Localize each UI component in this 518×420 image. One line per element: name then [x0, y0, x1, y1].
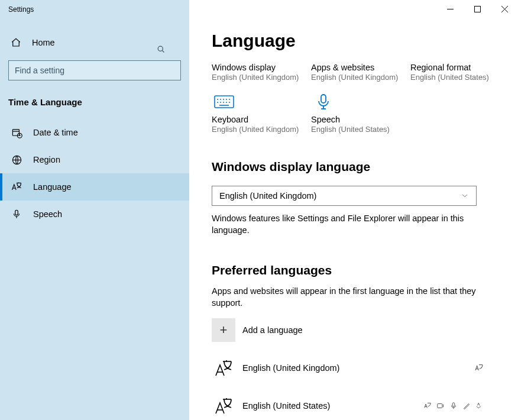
- sidebar-item-label: Date & time: [33, 128, 78, 137]
- language-item[interactable]: English (United Kingdom): [212, 356, 484, 380]
- maximize-button[interactable]: [464, 0, 491, 18]
- sidebar-item-speech[interactable]: Speech: [0, 201, 189, 228]
- preferred-languages-help: Apps and websites will appear in the fir…: [212, 286, 478, 309]
- sidebar-item-date-time[interactable]: Date & time: [0, 119, 189, 146]
- display-language-dropdown[interactable]: English (United Kingdom): [212, 186, 477, 206]
- tile-sub: English (United States): [311, 125, 404, 134]
- sidebar-item-label: Language: [33, 182, 72, 192]
- microphone-icon: [11, 208, 22, 220]
- language-capabilities: [423, 402, 484, 410]
- svg-rect-9: [452, 403, 455, 406]
- tile-title: Keyboard: [212, 115, 305, 124]
- tile-title: Speech: [311, 115, 404, 124]
- speech-recognition-icon: [449, 402, 458, 410]
- globe-icon: [11, 154, 22, 166]
- plus-icon: +: [212, 318, 235, 342]
- language-glyph-icon: [212, 394, 235, 418]
- language-item-label: English (United Kingdom): [242, 363, 339, 373]
- sidebar-item-label: Speech: [33, 209, 62, 219]
- language-glyph-icon: [212, 356, 235, 380]
- svg-rect-7: [321, 95, 326, 103]
- page-title: Language: [212, 31, 518, 51]
- home-icon: [11, 37, 21, 48]
- heading-windows-display-language: Windows display language: [212, 160, 518, 174]
- content: Language Windows display English (United…: [189, 0, 518, 418]
- sidebar: Settings Home Time & Language: [0, 0, 189, 420]
- heading-preferred-languages: Preferred languages: [212, 263, 518, 277]
- tile-speech[interactable]: Speech English (United States): [311, 88, 410, 140]
- keyboard-icon: [212, 93, 237, 110]
- tile-keyboard[interactable]: Keyboard English (United Kingdom): [212, 88, 311, 140]
- language-item-label: English (United States): [242, 401, 330, 411]
- window-title: Settings: [0, 0, 189, 19]
- sidebar-item-label: Region: [33, 155, 60, 164]
- sidebar-item-region[interactable]: Region: [0, 146, 189, 173]
- chevron-down-icon: [461, 192, 469, 200]
- sidebar-item-language[interactable]: Language: [0, 173, 189, 201]
- tile-apps-websites[interactable]: Apps & websites English (United Kingdom): [311, 60, 410, 88]
- tile-title: Apps & websites: [311, 63, 404, 72]
- svg-rect-5: [474, 6, 480, 12]
- nav-home-label: Home: [32, 38, 55, 47]
- spellcheck-icon: [475, 402, 484, 410]
- language-capabilities: [474, 363, 484, 373]
- language-icon: [11, 181, 22, 193]
- add-language-label: Add a language: [242, 325, 303, 335]
- tile-sub: English (United Kingdom): [212, 125, 305, 134]
- close-button[interactable]: [491, 0, 518, 18]
- display-language-help: Windows features like Settings and File …: [212, 213, 466, 236]
- tile-windows-display[interactable]: Windows display English (United Kingdom): [212, 60, 311, 88]
- nav-list: Date & time Region Language: [0, 119, 189, 228]
- calendar-clock-icon: [11, 127, 22, 138]
- search-icon: [157, 45, 166, 54]
- svg-rect-6: [215, 96, 234, 108]
- text-to-speech-icon: [436, 402, 445, 410]
- svg-rect-4: [15, 210, 18, 215]
- minimize-button[interactable]: [436, 0, 464, 18]
- svg-rect-1: [12, 129, 19, 135]
- tile-sub: English (United Kingdom): [212, 73, 305, 82]
- handwriting-icon: [462, 402, 471, 410]
- tile-title: Windows display: [212, 63, 305, 72]
- tile-sub: English (United Kingdom): [311, 73, 404, 82]
- overview-tiles: Windows display English (United Kingdom)…: [212, 60, 518, 140]
- add-language-button[interactable]: + Add a language: [212, 318, 518, 342]
- tile-title: Regional format: [410, 63, 504, 72]
- window-controls: [436, 0, 518, 18]
- tile-regional-format[interactable]: Regional format English (United States): [410, 60, 510, 88]
- display-language-pack-icon: [474, 363, 484, 373]
- dropdown-value: English (United Kingdom): [219, 191, 316, 201]
- svg-point-0: [158, 46, 163, 51]
- sidebar-section-title: Time & Language: [8, 97, 189, 107]
- microphone-icon: [311, 93, 336, 110]
- svg-rect-8: [438, 404, 442, 408]
- search-input[interactable]: [8, 60, 181, 80]
- main: Language Windows display English (United…: [189, 0, 518, 420]
- language-item[interactable]: English (United States): [212, 394, 484, 418]
- search-wrap: [8, 60, 181, 80]
- tile-sub: English (United States): [410, 73, 504, 82]
- display-language-pack-icon: [423, 402, 432, 410]
